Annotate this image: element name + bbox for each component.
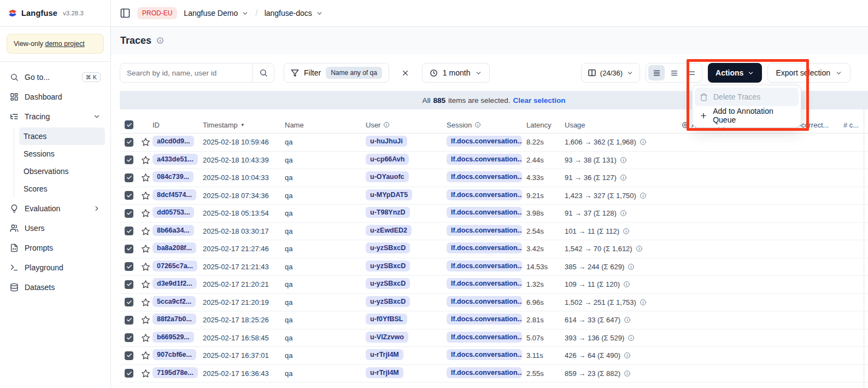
trace-id-badge[interactable]: 88f2a7b0... xyxy=(153,314,196,325)
breadcrumb-project[interactable]: langfuse-docs xyxy=(265,9,323,18)
trace-id-badge[interactable]: 084c739... xyxy=(153,171,193,182)
filter-chip[interactable]: Name any of qa xyxy=(326,67,382,79)
usage-info-icon[interactable] xyxy=(636,245,643,252)
star-icon[interactable] xyxy=(141,333,150,343)
row-checkbox[interactable] xyxy=(125,245,133,253)
user-badge[interactable]: u-rTrjI4M xyxy=(366,367,403,378)
user-badge[interactable]: u-OYauofc xyxy=(366,171,409,182)
session-badge[interactable]: lf.docs.conversation... xyxy=(447,136,522,147)
sidebar-item-traces[interactable]: Traces xyxy=(19,128,105,145)
row-checkbox[interactable] xyxy=(125,333,133,342)
col-header-user[interactable]: User xyxy=(366,121,447,129)
sidebar-item-users[interactable]: Users xyxy=(5,218,105,238)
export-selection-dropdown[interactable]: Export selection xyxy=(767,63,851,83)
user-badge[interactable]: u-rTrjI4M xyxy=(366,349,403,360)
row-checkbox[interactable] xyxy=(125,227,133,235)
trace-id-badge[interactable]: d3e9d1f2... xyxy=(153,278,197,289)
usage-info-icon[interactable] xyxy=(640,299,647,306)
usage-info-icon[interactable] xyxy=(640,138,647,146)
user-badge[interactable]: u-VIZzvwo xyxy=(366,332,408,343)
columns-dropdown[interactable]: (24/36) xyxy=(581,63,640,83)
row-checkbox[interactable] xyxy=(125,155,133,164)
star-icon[interactable] xyxy=(141,173,150,182)
session-badge[interactable]: lf.docs.conversation... xyxy=(447,332,522,343)
sidebar-item-scores[interactable]: Scores xyxy=(19,180,105,198)
session-badge[interactable]: lf.docs.conversation... xyxy=(447,189,522,200)
usage-info-icon[interactable] xyxy=(623,228,630,235)
usage-info-icon[interactable] xyxy=(623,281,630,288)
trace-id-badge[interactable]: a0cd0d9... xyxy=(153,136,194,147)
goto-search[interactable]: Go to... ⌘ K xyxy=(5,67,105,87)
star-icon[interactable] xyxy=(141,191,150,200)
breadcrumb-org[interactable]: Langfuse Demo xyxy=(184,9,249,18)
star-icon[interactable] xyxy=(141,369,150,378)
user-badge[interactable]: u-yzSBxcD xyxy=(366,260,410,271)
user-badge[interactable]: u-zEwdED2 xyxy=(366,225,412,236)
session-badge[interactable]: lf.docs.conversation... xyxy=(447,367,522,378)
session-badge[interactable]: lf.docs.conversation... xyxy=(447,171,522,182)
session-badge[interactable]: lf.docs.conversation... xyxy=(447,296,522,307)
sidebar-item-prompts[interactable]: Prompts xyxy=(5,238,105,258)
clear-selection-link[interactable]: Clear selection xyxy=(513,96,565,105)
sidebar-item-evaluation[interactable]: Evaluation xyxy=(5,199,105,218)
trace-id-badge[interactable]: 8dcf4574... xyxy=(153,189,196,200)
session-badge[interactable]: lf.docs.conversation... xyxy=(447,314,522,325)
usage-info-icon[interactable] xyxy=(620,174,627,181)
col-header-extra[interactable]: # c... xyxy=(843,121,868,129)
trace-id-badge[interactable]: ba8a208f... xyxy=(153,242,196,253)
user-badge[interactable]: u-MYpDAT5 xyxy=(366,189,412,200)
row-height-medium-button[interactable] xyxy=(666,65,682,80)
panel-left-icon[interactable] xyxy=(120,8,131,19)
trace-id-badge[interactable]: a433de51... xyxy=(153,154,198,165)
usage-info-icon[interactable] xyxy=(620,210,627,217)
row-checkbox[interactable] xyxy=(125,280,133,289)
user-badge[interactable]: u-cp66Avh xyxy=(366,154,409,165)
trace-id-badge[interactable]: 07265c7a... xyxy=(153,260,197,271)
col-header-latency[interactable]: Latency xyxy=(526,121,565,129)
filter-button[interactable]: Filter Name any of qa xyxy=(284,63,389,83)
star-icon[interactable] xyxy=(141,244,150,253)
star-icon[interactable] xyxy=(141,227,150,236)
trace-id-badge[interactable]: dd05753... xyxy=(153,207,194,218)
star-icon[interactable] xyxy=(141,298,150,307)
star-icon[interactable] xyxy=(141,262,150,271)
row-checkbox[interactable] xyxy=(125,369,133,378)
trace-id-badge[interactable]: 907cbf6e... xyxy=(153,349,196,360)
usage-info-icon[interactable] xyxy=(627,334,635,341)
col-header-name[interactable]: Name xyxy=(285,121,366,129)
row-checkbox[interactable] xyxy=(125,351,133,360)
row-checkbox[interactable] xyxy=(125,298,133,306)
demo-project-link[interactable]: demo project xyxy=(45,40,84,48)
session-badge[interactable]: lf.docs.conversation... xyxy=(447,242,522,253)
search-input[interactable] xyxy=(120,69,252,77)
col-header-id[interactable]: ID xyxy=(153,121,203,129)
usage-info-icon[interactable] xyxy=(624,316,631,323)
sidebar-item-dashboard[interactable]: Dashboard xyxy=(5,87,105,107)
row-checkbox[interactable] xyxy=(125,191,133,200)
trace-id-badge[interactable]: 5cca9cf2... xyxy=(153,296,196,307)
star-icon[interactable] xyxy=(141,351,150,360)
row-height-tall-button[interactable] xyxy=(683,65,700,80)
star-icon[interactable] xyxy=(141,209,150,218)
usage-info-icon[interactable] xyxy=(624,352,631,359)
star-icon[interactable] xyxy=(141,137,150,147)
usage-info-icon[interactable] xyxy=(640,192,647,199)
user-badge[interactable]: u-yzSBxcD xyxy=(366,278,410,289)
usage-info-icon[interactable] xyxy=(624,370,631,377)
user-badge[interactable]: u-T98YnzD xyxy=(366,207,410,218)
trace-id-badge[interactable]: b669529... xyxy=(153,332,194,343)
menu-item-delete-traces[interactable]: Delete Traces xyxy=(695,88,799,106)
user-badge[interactable]: u-huJhuJi xyxy=(366,136,407,147)
star-icon[interactable] xyxy=(141,155,150,165)
user-badge[interactable]: u-yzSBxcD xyxy=(366,296,410,307)
star-icon[interactable] xyxy=(141,315,150,325)
sidebar-item-sessions[interactable]: Sessions xyxy=(19,145,105,163)
star-icon[interactable] xyxy=(141,280,150,289)
usage-info-icon[interactable] xyxy=(627,263,635,270)
sidebar-item-datasets[interactable]: Datasets xyxy=(5,277,105,297)
user-badge[interactable]: u-yzSBxcD xyxy=(366,242,410,253)
trace-id-badge[interactable]: 8b66a34... xyxy=(153,225,194,236)
row-checkbox[interactable] xyxy=(125,316,133,325)
row-checkbox[interactable] xyxy=(125,173,133,182)
session-badge[interactable]: lf.docs.conversation... xyxy=(447,278,522,289)
